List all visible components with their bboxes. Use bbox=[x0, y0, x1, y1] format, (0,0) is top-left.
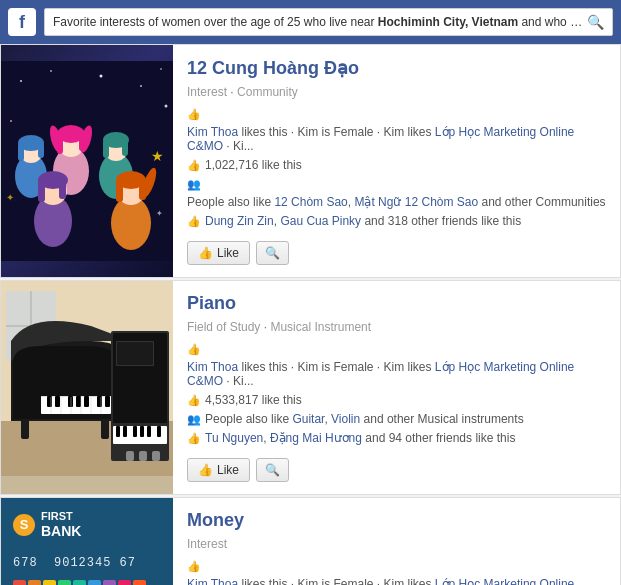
result-card-money: S FIRST BANK 678 9012345 67 t Card EXPIR… bbox=[0, 497, 621, 585]
card-info-3: 👥 People also like Guitar, Violin and ot… bbox=[187, 412, 606, 426]
svg-rect-75 bbox=[117, 342, 153, 365]
svg-rect-33 bbox=[116, 180, 123, 202]
color-chip bbox=[103, 580, 116, 585]
svg-rect-23 bbox=[103, 140, 109, 158]
people-icon: 👥 bbox=[187, 178, 201, 191]
card-body-money: Money Interest 👍 Kim Thoa likes this · K… bbox=[173, 498, 620, 585]
card-body-12-cung: 12 Cung Hoàng Đạo Interest · Community 👍… bbox=[173, 45, 620, 277]
svg-text:★: ★ bbox=[151, 148, 164, 164]
color-chip bbox=[58, 580, 71, 585]
friends-icon: 👍 bbox=[187, 215, 201, 228]
card-title: Money bbox=[187, 510, 606, 531]
card-info-1: 👍 Kim Thoa likes this · Kim is Female · … bbox=[187, 559, 606, 585]
card-info-1: 👍 Kim Thoa likes this · Kim is Female · … bbox=[187, 342, 606, 388]
bank-s-logo: S bbox=[13, 514, 35, 536]
svg-rect-55 bbox=[105, 396, 110, 407]
svg-rect-71 bbox=[126, 451, 134, 461]
svg-rect-52 bbox=[76, 396, 81, 407]
svg-rect-73 bbox=[152, 451, 160, 461]
svg-point-6 bbox=[10, 120, 12, 122]
card-info-2: 👍 4,533,817 like this bbox=[187, 393, 606, 407]
svg-point-5 bbox=[160, 68, 162, 70]
people-icon: 👥 bbox=[187, 413, 201, 426]
piano-svg bbox=[1, 281, 173, 476]
svg-point-1 bbox=[20, 80, 22, 82]
svg-rect-11 bbox=[18, 143, 24, 161]
card-image-piano bbox=[1, 281, 173, 494]
card-title: 12 Cung Hoàng Đạo bbox=[187, 57, 606, 79]
facebook-logo[interactable]: f bbox=[8, 8, 36, 36]
color-chip bbox=[88, 580, 101, 585]
card-number: 678 9012345 67 bbox=[13, 556, 136, 570]
svg-rect-29 bbox=[59, 180, 66, 199]
card-body-piano: Piano Field of Study · Musical Instrumen… bbox=[173, 281, 620, 494]
svg-rect-45 bbox=[21, 419, 29, 439]
svg-rect-46 bbox=[101, 419, 109, 439]
svg-rect-72 bbox=[139, 451, 147, 461]
card-info-2: 👍 1,022,716 like this bbox=[187, 158, 606, 172]
results-content: ★ ✦ ✦ 12 Cung Hoàng Đạo Interest · Commu… bbox=[0, 44, 621, 585]
svg-rect-65 bbox=[116, 426, 120, 437]
card-subtitle: Interest bbox=[187, 537, 606, 551]
search-bar[interactable]: Favorite interests of women over the age… bbox=[44, 8, 613, 36]
svg-rect-50 bbox=[55, 396, 60, 407]
card-image-anime: ★ ✦ ✦ bbox=[1, 45, 173, 277]
result-card-piano: Piano Field of Study · Musical Instrumen… bbox=[0, 280, 621, 495]
svg-rect-24 bbox=[122, 140, 128, 156]
friends-icon: 👍 bbox=[187, 432, 201, 445]
card-subtitle: Interest · Community bbox=[187, 85, 606, 99]
card-info-4: 👍 Dung Zin Zin, Gau Cua Pinky and 318 ot… bbox=[187, 214, 606, 228]
search-icon[interactable]: 🔍 bbox=[587, 14, 604, 30]
likes-icon: 👍 bbox=[187, 159, 201, 172]
thumbs-up-icon: 👍 bbox=[187, 560, 201, 573]
svg-rect-66 bbox=[123, 426, 127, 437]
svg-point-7 bbox=[165, 105, 168, 108]
card-subtitle: Field of Study · Musical Instrument bbox=[187, 320, 606, 334]
bank-name: FIRST BANK bbox=[41, 510, 81, 540]
color-chip bbox=[133, 580, 146, 585]
svg-rect-69 bbox=[147, 426, 151, 437]
svg-point-4 bbox=[140, 85, 142, 87]
svg-rect-12 bbox=[38, 143, 44, 158]
svg-point-3 bbox=[100, 75, 103, 78]
card-info-1: 👍 Kim Thoa likes this · Kim is Female · … bbox=[187, 107, 606, 153]
card-info-3: 👥 People also like 12 Chòm Sao, Mật Ngữ … bbox=[187, 177, 606, 209]
color-chip bbox=[43, 580, 56, 585]
svg-rect-67 bbox=[133, 426, 137, 437]
color-chip bbox=[73, 580, 86, 585]
svg-rect-70 bbox=[157, 426, 161, 437]
color-chip bbox=[13, 580, 26, 585]
search-button[interactable]: 🔍 bbox=[256, 458, 289, 482]
likes-icon: 👍 bbox=[187, 394, 201, 407]
svg-rect-53 bbox=[84, 396, 89, 407]
card-title: Piano bbox=[187, 293, 606, 314]
search-magnify-icon: 🔍 bbox=[265, 463, 280, 477]
color-chip bbox=[28, 580, 41, 585]
card-info-4: 👍 Tu Nguyen, Đặng Mai Hương and 94 other… bbox=[187, 431, 606, 445]
first-bank-logo: S FIRST BANK bbox=[13, 510, 81, 540]
card-image-money: S FIRST BANK 678 9012345 67 t Card EXPIR… bbox=[1, 498, 173, 585]
like-button[interactable]: 👍 Like bbox=[187, 241, 250, 265]
like-button[interactable]: 👍 Like bbox=[187, 458, 250, 482]
anime-svg: ★ ✦ ✦ bbox=[1, 61, 173, 261]
topbar: f Favorite interests of women over the a… bbox=[0, 0, 621, 44]
svg-rect-51 bbox=[68, 396, 73, 407]
search-magnify-icon: 🔍 bbox=[265, 246, 280, 260]
svg-rect-68 bbox=[140, 426, 144, 437]
color-chips bbox=[13, 580, 153, 585]
svg-rect-28 bbox=[38, 180, 45, 202]
svg-point-2 bbox=[50, 70, 52, 72]
card-actions: 👍 Like 🔍 bbox=[187, 241, 606, 265]
search-text: Favorite interests of women over the age… bbox=[53, 15, 583, 29]
svg-text:✦: ✦ bbox=[6, 192, 14, 203]
thumbs-up-icon: 👍 bbox=[187, 343, 201, 356]
like-thumb-icon: 👍 bbox=[198, 463, 213, 477]
search-button[interactable]: 🔍 bbox=[256, 241, 289, 265]
card-actions: 👍 Like 🔍 bbox=[187, 458, 606, 482]
result-card-12-cung: ★ ✦ ✦ 12 Cung Hoàng Đạo Interest · Commu… bbox=[0, 44, 621, 278]
thumbs-up-icon: 👍 bbox=[187, 108, 201, 121]
like-thumb-icon: 👍 bbox=[198, 246, 213, 260]
color-chip bbox=[118, 580, 131, 585]
svg-text:✦: ✦ bbox=[156, 209, 163, 218]
